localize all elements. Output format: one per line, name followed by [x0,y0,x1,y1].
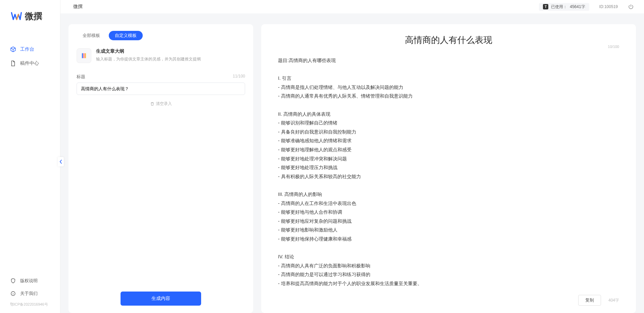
nav-label: 版权说明 [20,278,38,284]
output-title: 高情商的人有什么表现 [278,34,619,46]
main: 全部模板 自定义模板 生成文章大纲 输入标题，为你提供文章主体的灵感，并为其创建… [68,24,636,313]
right-panel: 高情商的人有什么表现 10/100 题目:高情商的人有哪些表现 I. 引言 - … [261,24,636,313]
trash-icon [150,102,154,106]
nav-item-workspace[interactable]: 工作台 [0,42,60,56]
document-icon [10,60,16,66]
text-icon: T [543,4,548,9]
shield-icon [10,278,16,284]
logo-icon [10,10,22,22]
icp-text: 鄂ICP备2022016946号 [0,300,60,307]
nav-item-about[interactable]: 关于我们 [0,287,60,300]
nav: 工作台 稿件中心 [0,42,60,70]
nav-label: 稿件中心 [20,60,39,66]
copy-button[interactable]: 复制 [578,295,601,306]
tab-custom-template[interactable]: 自定义模板 [109,31,143,40]
tabs: 全部模板 自定义模板 [68,31,253,44]
output-body: 题目:高情商的人有哪些表现 I. 引言 - 高情商是指人们处理情绪、与他人互动以… [261,49,636,290]
logo-text: 微撰 [25,10,42,22]
template-title: 生成文章大纲 [96,48,201,54]
brand-title: 微撰 [71,4,83,10]
sidebar: 微撰 工作台 稿件中心 版权说明 关于我们 鄂ICP [0,0,60,313]
cube-icon [10,46,16,52]
output-title-counter: 10/100 [608,45,619,49]
title-label: 标题 [77,74,85,80]
tab-all-templates[interactable]: 全部模板 [77,31,106,40]
sidebar-bottom: 版权说明 关于我们 鄂ICP备2022016946号 [0,274,60,307]
left-panel: 全部模板 自定义模板 生成文章大纲 输入标题，为你提供文章主体的灵感，并为其创建… [68,24,253,313]
nav-item-drafts[interactable]: 稿件中心 [0,56,60,70]
usage-label: 已使用： [551,4,567,10]
usage-badge[interactable]: T 已使用： 45641字 [539,3,589,11]
logo[interactable]: 微撰 [0,10,60,32]
power-icon[interactable] [628,4,634,10]
sidebar-collapse-button[interactable] [58,157,64,166]
nav-label: 工作台 [20,46,34,52]
form-section: 标题 11/100 清空录入 [68,67,253,107]
usage-value: 45641字 [570,4,585,10]
clear-label: 清空录入 [156,101,172,107]
user-id: ID:100519 [599,4,618,9]
info-icon [10,291,16,297]
topbar: 微撰 T 已使用： 45641字 ID:100519 [60,0,644,13]
chevron-left-icon [59,159,62,164]
clear-button[interactable]: 清空录入 [150,101,172,107]
generate-button[interactable]: 生成内容 [121,292,201,306]
template-desc: 输入标题，为你提供文章主体的灵感，并为其创建推文提纲 [96,56,201,62]
title-counter: 11/100 [233,74,245,80]
title-input[interactable] [77,83,245,95]
nav-label: 关于我们 [20,291,38,297]
nav-item-copyright[interactable]: 版权说明 [0,274,60,287]
output-char-count: 404字 [608,298,619,303]
template-card: 生成文章大纲 输入标题，为你提供文章主体的灵感，并为其创建推文提纲 [68,44,253,67]
template-icon [77,48,91,63]
